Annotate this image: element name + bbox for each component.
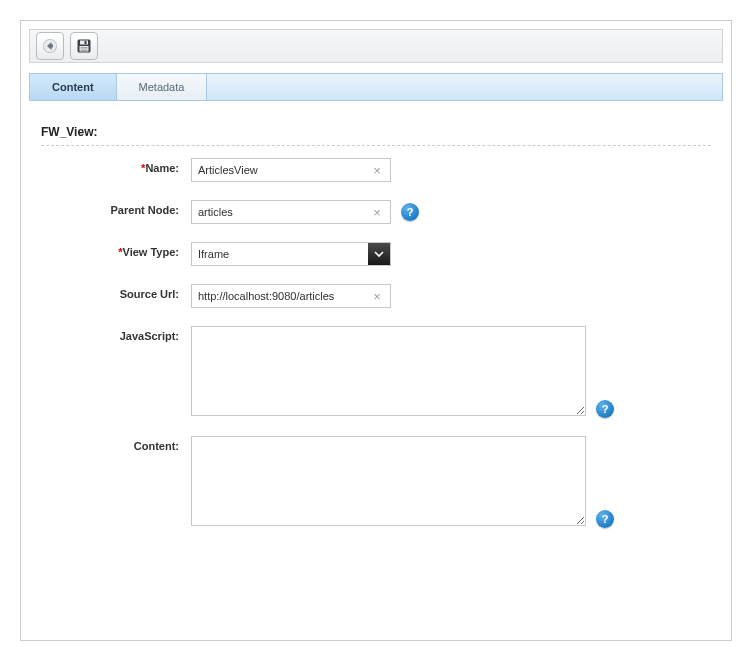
parent-node-input[interactable] — [192, 206, 368, 218]
view-type-dropdown-button[interactable] — [368, 243, 390, 265]
tab-metadata[interactable]: Metadata — [117, 74, 208, 100]
content-textarea-wrap: ? — [191, 436, 586, 528]
sourceurl-label: Source Url: — [41, 284, 191, 300]
tab-bar: Content Metadata — [29, 73, 723, 101]
svg-rect-6 — [81, 47, 88, 48]
sourceurl-clear-icon[interactable]: × — [368, 289, 386, 304]
name-clear-icon[interactable]: × — [368, 163, 386, 178]
svg-rect-7 — [81, 49, 88, 50]
name-label-cell: *Name: — [41, 158, 191, 174]
row-name: *Name: × — [41, 158, 711, 182]
back-button[interactable] — [36, 32, 64, 60]
row-view-type: *View Type: Iframe — [41, 242, 711, 266]
svg-rect-8 — [81, 50, 88, 51]
view-type-value: Iframe — [192, 248, 368, 260]
tab-metadata-label: Metadata — [139, 81, 185, 93]
parent-label: Parent Node: — [41, 200, 191, 216]
javascript-textarea-wrap: ? — [191, 326, 586, 418]
content-help-icon[interactable]: ? — [596, 510, 614, 528]
svg-rect-3 — [80, 41, 88, 45]
content-label: Content: — [41, 436, 191, 452]
sourceurl-input-wrap: × — [191, 284, 391, 308]
row-parent-node: Parent Node: × ? — [41, 200, 711, 224]
name-input-wrap: × — [191, 158, 391, 182]
section-divider — [41, 145, 711, 146]
javascript-help-icon[interactable]: ? — [596, 400, 614, 418]
parent-clear-icon[interactable]: × — [368, 205, 386, 220]
content-textarea[interactable] — [191, 436, 586, 526]
save-button[interactable] — [70, 32, 98, 60]
arrow-left-icon — [42, 38, 58, 54]
section-title: FW_View: — [41, 125, 723, 139]
toolbar — [29, 29, 723, 63]
javascript-label: JavaScript: — [41, 326, 191, 342]
row-javascript: JavaScript: ? — [41, 326, 711, 418]
chevron-down-icon — [374, 249, 384, 259]
floppy-disk-icon — [76, 38, 92, 54]
tab-content[interactable]: Content — [30, 74, 117, 100]
parent-input-wrap: × — [191, 200, 391, 224]
form: *Name: × Parent Node: × ? — [29, 158, 723, 528]
parent-help-icon[interactable]: ? — [401, 203, 419, 221]
editor-panel: Content Metadata FW_View: *Name: × Paren… — [20, 20, 732, 641]
viewtype-label-cell: *View Type: — [41, 242, 191, 258]
row-source-url: Source Url: × — [41, 284, 711, 308]
tab-content-label: Content — [52, 81, 94, 93]
name-label: Name: — [145, 162, 179, 174]
source-url-input[interactable] — [192, 290, 368, 302]
javascript-textarea[interactable] — [191, 326, 586, 416]
name-input[interactable] — [192, 164, 368, 176]
row-content: Content: ? — [41, 436, 711, 528]
viewtype-label: View Type: — [123, 246, 179, 258]
view-type-select[interactable]: Iframe — [191, 242, 391, 266]
svg-rect-4 — [85, 41, 87, 44]
